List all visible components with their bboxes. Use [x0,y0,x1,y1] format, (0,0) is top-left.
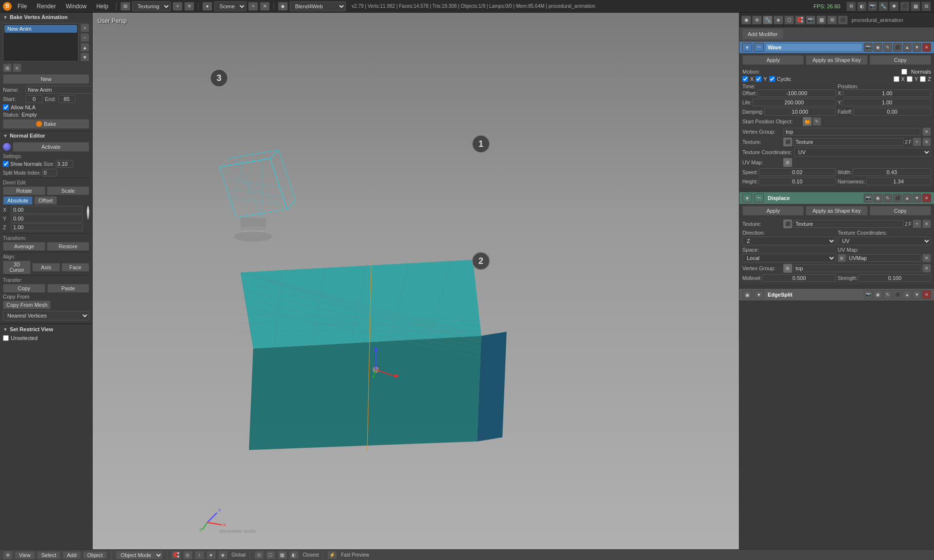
set-restrict-header[interactable]: ▼ Set Restrict View [3,326,89,332]
index-input[interactable] [42,169,57,177]
wave-texture-input[interactable] [793,138,904,146]
offset-input[interactable] [757,89,835,97]
view-btn[interactable]: View [15,551,35,559]
viewport[interactable]: User Persp 1 2 3 Y X Z Blend4Web Studio [93,13,739,549]
bot-fast-icon[interactable]: ⚡ [327,551,337,560]
displace-expand2-icon[interactable]: ⬛ [893,194,902,202]
ypos-input[interactable] [843,99,931,106]
workspace-close-icon[interactable]: ✕ [184,2,194,11]
menu-help[interactable]: Help [92,2,112,11]
icon-7[interactable]: ▦ [911,1,920,11]
normal-editor-header[interactable]: ▼ Normal Editor [0,131,92,140]
edgesplit-render-icon[interactable]: ◉ [874,290,882,299]
icon-4[interactable]: 🔧 [878,1,888,11]
wave-tex-new-icon[interactable]: + [913,138,921,146]
strength-input[interactable] [858,274,931,282]
paste-btn[interactable]: Paste [47,284,90,293]
icon-8[interactable]: ⧉ [921,1,931,11]
size-input[interactable] [56,160,73,168]
select-btn[interactable]: Select [37,551,61,559]
wave-copy-btn[interactable]: Copy [870,55,931,65]
wave-vgroup-input[interactable] [783,128,920,136]
displace-render-icon[interactable]: ◉ [874,194,882,202]
unselected-checkbox[interactable] [3,335,9,341]
start-pos-edit-icon[interactable]: ✎ [813,117,821,126]
disp-texcoords-select[interactable]: UV [838,237,932,245]
activate-btn[interactable]: Activate [13,142,89,152]
wave-vgroup-x[interactable]: ✕ [922,127,931,136]
wave-name-input[interactable] [766,44,862,51]
anim-up-btn[interactable]: ▲ [80,43,89,52]
motion-y-check[interactable] [755,76,761,82]
speed-input[interactable] [759,168,836,176]
rotate-btn[interactable]: Rotate [3,186,45,195]
icon-2[interactable]: ◐ [857,1,867,11]
edgesplit-left-icon[interactable]: ◉ [742,290,752,299]
face-btn[interactable]: Face [61,263,89,272]
edgesplit-expand2-icon[interactable]: ⬛ [893,290,902,299]
displace-copy-btn[interactable]: Copy [870,206,931,216]
rp-icon-1[interactable]: ◉ [741,16,751,24]
cursor-btn[interactable]: 3D Cursor [3,260,31,274]
edgesplit-down-icon[interactable]: ▼ [913,290,921,299]
displace-apply-btn[interactable]: Apply [742,206,804,216]
filter-icon[interactable]: ⊞ [3,63,12,72]
height-input[interactable] [759,178,836,185]
icon-3[interactable]: 📷 [868,1,877,11]
direction-select[interactable]: Z [742,237,836,245]
width-input[interactable] [853,168,931,176]
wave-mode-icon[interactable]: 〜 [754,43,764,52]
scene-add-icon[interactable]: + [248,2,258,11]
midlevel-input[interactable] [762,274,835,282]
uvmap-input[interactable] [847,254,922,262]
bot-icon-3[interactable]: ⬡ [266,551,276,560]
uvmap-x-icon[interactable]: ✕ [922,254,931,262]
bottom-icon-1[interactable]: ⊕ [3,551,13,560]
menu-window[interactable]: Window [62,2,91,11]
wave-texcoords-select[interactable]: UV [794,148,932,157]
engine-selector[interactable]: Blend4Web [290,1,346,11]
workspace-add-icon[interactable]: + [173,2,182,11]
scene-close-icon[interactable]: ✕ [260,2,270,11]
disp-tex-x-icon[interactable]: ✕ [922,220,931,228]
bot-icon-4[interactable]: ▦ [278,551,287,560]
disp-tex-new-icon[interactable]: + [913,220,921,228]
displace-name-input[interactable] [766,195,862,201]
xpos-input[interactable] [843,89,931,97]
prop-edit-icon[interactable]: ● [206,551,216,560]
rp-icon-wrench[interactable]: 🔧 [763,16,773,24]
normals-z-check[interactable] [920,76,926,82]
bot-icon-5[interactable]: ◐ [289,551,299,560]
icon-6[interactable]: ⬛ [900,1,910,11]
displace-down-icon[interactable]: ▼ [913,194,921,202]
life-input[interactable] [753,99,836,106]
icon-1[interactable]: ⚙ [846,1,856,11]
edgesplit-up-icon[interactable]: ▲ [903,290,912,299]
rp-icon-7[interactable]: ▦ [816,16,826,24]
mode-selector[interactable]: Object Mode [116,551,163,560]
displace-camera-icon[interactable]: 📷 [864,194,873,202]
x-input[interactable] [11,206,83,214]
end-input[interactable] [58,95,76,103]
absolute-btn[interactable]: Absolute [3,196,33,205]
show-normals-check[interactable] [3,161,9,167]
rp-icon-9[interactable]: ⬛ [838,16,848,24]
edgesplit-expand-icon[interactable]: ▼ [754,290,764,299]
restore-btn[interactable]: Restore [47,242,89,251]
displace-apply-shape-btn[interactable]: Apply as Shape Key [806,206,867,216]
icon-5[interactable]: ✱ [889,1,899,11]
menu-render[interactable]: Render [33,2,60,11]
wave-apply-btn[interactable]: Apply [742,55,804,65]
axis-btn[interactable]: Axis [32,263,60,272]
cyclic-check[interactable] [769,76,775,82]
nearest-dropdown[interactable]: Nearest Vertices [3,311,89,320]
normals-check[interactable] [901,69,907,75]
anim-item-new[interactable]: New Anim [4,25,77,33]
rp-icon-2[interactable]: ⊕ [752,16,762,24]
edgesplit-delete-icon[interactable]: ✕ [922,290,931,299]
normals-y-check[interactable] [907,76,913,82]
wave-camera-icon[interactable]: 📷 [864,43,873,52]
rp-icon-8[interactable]: ⚙ [827,16,837,24]
displace-mode-icon[interactable]: 〜 [754,194,764,202]
displace-edit-icon[interactable]: ✎ [883,194,892,202]
